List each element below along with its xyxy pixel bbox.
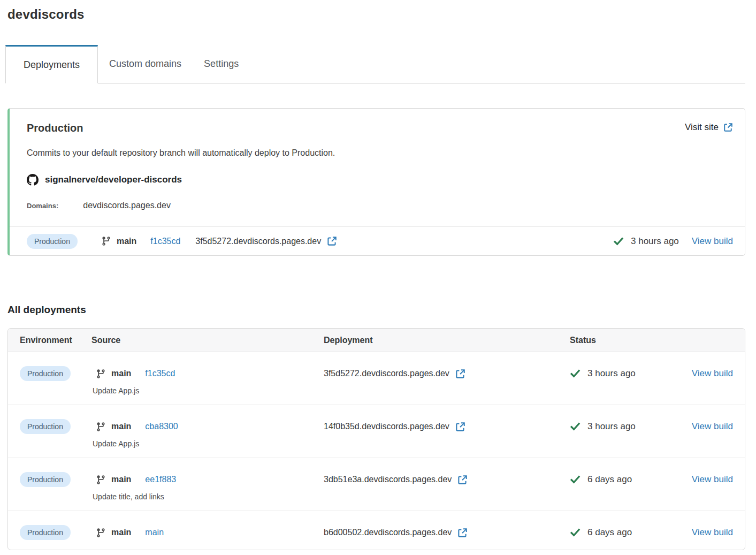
deployment-url: 3f5d5272.devdiscords.pages.dev [195,237,321,246]
commit-message: Update title, add links [93,492,324,501]
page-title: devdiscords [7,7,745,22]
check-icon [570,421,581,432]
github-icon [27,174,39,186]
deployment-url: b6d00502.devdiscords.pages.dev [324,528,452,537]
tab-label: Custom domains [109,58,181,70]
deployment-url: 3f5d5272.devdiscords.pages.dev [324,369,449,378]
status-cell: 6 days ago [570,472,687,487]
view-build-cell: View build [687,366,733,381]
branch-name: main [111,369,131,378]
source-cell: main f1c35cd Update App.js [91,366,324,395]
view-build-link[interactable]: View build [692,236,733,247]
commit-link[interactable]: ee1f883 [145,475,176,484]
deployment-url: 3db51e3a.devdiscords.pages.dev [324,475,452,484]
production-card-title: Production [27,122,83,134]
column-header-environment: Environment [20,336,91,345]
production-description: Commits to your default repository branc… [27,148,733,158]
check-icon [613,236,624,247]
environment-cell: Production [20,419,91,434]
check-icon [570,474,581,485]
status-time: 3 hours ago [631,236,679,247]
git-branch-icon [96,422,106,432]
commit-message: Update App.js [93,386,324,395]
external-link-icon[interactable] [457,528,468,538]
view-build-cell: View build [687,472,733,487]
environment-badge: Production [20,419,71,434]
git-branch-icon [96,369,106,379]
deployment-cell: 3f5d5272.devdiscords.pages.dev [324,366,570,381]
deployments-table-body: Production main f1c35cd Update App.js 3f… [8,352,745,550]
tab-label: Settings [204,58,239,70]
source-cell: main ee1f883 Update title, add links [91,472,324,501]
commit-link[interactable]: cba8300 [145,422,178,431]
branch-name: main [117,237,136,246]
commit-link[interactable]: main [145,528,164,537]
table-row: Production main ee1f883 Update title, ad… [8,458,745,511]
check-icon [570,527,581,538]
branch-name: main [111,475,131,484]
check-icon [570,368,581,379]
view-build-link[interactable]: View build [692,474,733,485]
tab-custom-domains[interactable]: Custom domains [98,45,193,83]
tab-settings[interactable]: Settings [193,45,250,83]
table-row: Production main main b6d00502.devdiscord… [8,511,745,550]
production-card: Production Visit site Commits to your de… [7,108,745,256]
table-row: Production main f1c35cd Update App.js 3f… [8,352,745,405]
environment-cell: Production [20,472,91,487]
view-build-cell: View build [687,419,733,434]
environment-badge: Production [27,234,78,249]
environment-badge: Production [20,472,71,487]
external-link-icon[interactable] [455,422,465,432]
status-time: 6 days ago [587,474,632,485]
deployment-url: 14f0b35d.devdiscords.pages.dev [324,422,449,431]
domains-label: Domains: [27,202,58,210]
commit-link[interactable]: f1c35cd [145,369,175,378]
domains-value: devdiscords.pages.dev [83,201,171,210]
external-link-icon[interactable] [457,475,468,485]
git-branch-icon [101,236,111,246]
branch-name: main [111,528,131,537]
source-cell: main cba8300 Update App.js [91,419,324,448]
tab-deployments[interactable]: Deployments [5,45,98,83]
external-link-icon [723,123,733,132]
view-build-link[interactable]: View build [692,421,733,432]
view-build-cell: View build [687,525,733,540]
status-cell: 6 days ago [570,525,687,540]
deployment-cell: b6d00502.devdiscords.pages.dev [324,525,570,540]
environment-badge: Production [20,525,71,540]
visit-site-link[interactable]: Visit site [685,122,733,133]
branch-name: main [111,422,131,431]
all-deployments-title: All deployments [7,304,745,316]
status-time: 6 days ago [587,527,632,538]
environment-cell: Production [20,366,91,381]
commit-message: Update App.js [93,439,324,448]
git-branch-icon [96,528,106,538]
tab-label: Deployments [24,59,80,71]
view-build-link[interactable]: View build [692,527,733,538]
environment-badge: Production [20,366,71,381]
view-build-link[interactable]: View build [692,368,733,379]
external-link-icon[interactable] [455,369,465,379]
deployment-cell: 3db51e3a.devdiscords.pages.dev [324,472,570,487]
commit-link[interactable]: f1c35cd [150,237,180,246]
column-header-deployment: Deployment [324,336,570,345]
status-time: 3 hours ago [587,368,636,379]
column-header-source: Source [91,336,324,345]
status-cell: 3 hours ago [570,419,687,434]
deployments-table-header: Environment Source Deployment Status [8,329,745,352]
column-header-status: Status [570,336,687,345]
environment-cell: Production [20,525,91,540]
production-deployment-row: Production main f1c35cd 3f5d5272.devdisc… [10,226,745,255]
status-cell: 3 hours ago [570,366,687,381]
deployment-cell: 14f0b35d.devdiscords.pages.dev [324,419,570,434]
git-branch-icon [96,475,106,485]
table-row: Production main cba8300 Update App.js 14… [8,405,745,458]
tab-bar: Deployments Custom domains Settings [7,45,745,83]
status-time: 3 hours ago [587,421,636,432]
deployments-table: Environment Source Deployment Status Pro… [7,328,745,550]
repo-name: signalnerve/developer-discords [45,174,182,185]
visit-site-label: Visit site [685,122,719,133]
github-repo-link[interactable]: signalnerve/developer-discords [27,174,733,186]
source-cell: main main [91,525,324,540]
external-link-icon[interactable] [327,236,337,246]
